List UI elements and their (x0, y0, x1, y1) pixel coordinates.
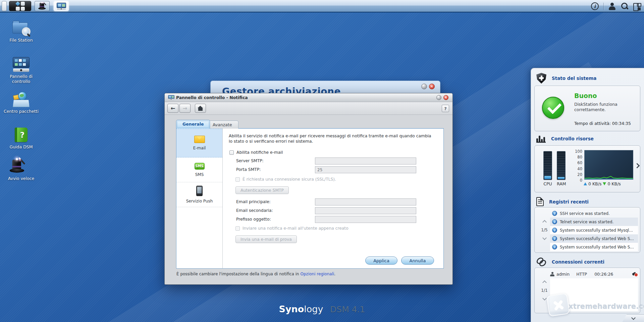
desktop-icon-quick-launch[interactable]: Avvio veloce (3, 159, 39, 181)
notification-sidebar: E-mail SMS SMS Servizio Push (176, 129, 223, 268)
secondary-email-label: Email secondaria: (236, 208, 273, 213)
regional-options-link[interactable]: Opzioni regionali (301, 272, 334, 276)
smtp-server-input[interactable] (315, 157, 416, 165)
primary-email-label: Email principale: (236, 199, 271, 204)
back-button[interactable]: ← (167, 104, 178, 113)
status-message: DiskStation funziona correttamente. (574, 102, 635, 112)
chart-y-ticks: 10080 6040 200 (571, 149, 582, 183)
smtp-auth-button[interactable]: Autenticazione SMTP (235, 186, 289, 194)
status-value: Buono (574, 92, 597, 99)
subject-prefix-input[interactable] (315, 216, 416, 223)
taskbar-task-quick-launch[interactable] (35, 1, 50, 11)
home-icon (198, 108, 203, 111)
connection-protocol: HTTP (576, 272, 587, 277)
forward-button[interactable]: → (179, 104, 191, 113)
desktop-icon-file-station[interactable]: File Station (3, 20, 39, 43)
new-user-notify-checkbox[interactable] (235, 226, 240, 231)
taskbar: i (0, 0, 644, 12)
cpu-gauge (543, 151, 552, 180)
sidebar-item-push-service[interactable]: Servizio Push (176, 182, 222, 207)
sidebar-item-email[interactable]: E-mail (176, 129, 222, 157)
widget-title: Registri recenti (549, 199, 589, 204)
tab-generale[interactable]: Generale (176, 120, 210, 129)
search-icon[interactable] (621, 2, 629, 10)
close-button[interactable]: ✕ (429, 84, 435, 89)
close-button[interactable]: ✕ (443, 95, 448, 100)
control-panel-icon (57, 3, 66, 10)
desktop-icon-package-center[interactable]: Centro pacchetti (3, 92, 39, 114)
log-row[interactable]: iTelnet service was started. (550, 218, 638, 226)
sidebar-item-label: Servizio Push (186, 199, 213, 203)
cancel-button[interactable]: Annulla (401, 257, 434, 265)
enable-email-checkbox[interactable] (229, 150, 234, 155)
shield-icon (536, 73, 546, 84)
bar-chart-icon (536, 135, 546, 143)
widget-title: Controllo risorse (551, 136, 594, 141)
email-notification-form: Abilita il servizio di notifica e-mail p… (223, 129, 443, 268)
log-row[interactable]: iSystem successfully started Mysql... (550, 226, 638, 234)
apply-button[interactable]: Applica (365, 257, 397, 265)
resource-monitor-card[interactable]: CPU RAM 10080 6040 200 0 KB/s 0 KB/s (534, 145, 640, 192)
info-icon: i (552, 236, 557, 241)
expand-chevron-icon[interactable] (635, 163, 640, 169)
help-button[interactable]: ? (442, 105, 449, 112)
subject-prefix-label: Prefisso oggetto: (236, 217, 271, 222)
ssl-checkbox[interactable] (235, 177, 240, 182)
info-icon[interactable]: i (591, 2, 599, 10)
primary-email-row: Email principale: (236, 198, 443, 205)
magician-hat-icon (38, 3, 47, 10)
download-rate: 0 KB/s (607, 181, 621, 186)
secondary-email-row: Email secondaria: (236, 207, 443, 214)
user-icon[interactable] (608, 3, 616, 10)
tab-avanzate[interactable]: Avanzate (206, 121, 238, 129)
show-desktop-button[interactable] (2, 1, 7, 11)
desktop-icon-label: Guida DSM (10, 144, 33, 149)
log-row[interactable]: iSSH service was started. (550, 209, 638, 218)
current-connections-header: Connessioni correnti (536, 257, 604, 267)
widgets-panel-icon[interactable] (633, 3, 641, 10)
connection-duration: 00:26:26 (594, 272, 613, 277)
new-user-notify-checkbox-row: Inviare una notifica e-mail all'utente a… (235, 226, 348, 231)
main-menu-button[interactable] (9, 1, 31, 11)
enable-email-checkbox-row: Abilita notifiche e-mail (229, 150, 283, 155)
connection-user: admin (556, 272, 570, 277)
dialog-titlebar[interactable]: Pannello di controllo - Notifica ✕ (165, 93, 452, 102)
kill-connection-icon[interactable] (632, 272, 638, 277)
dialog-toolbar: ← → ? (165, 102, 452, 115)
watermark-logo (546, 293, 570, 317)
control-panel-icon (12, 57, 31, 72)
logo-logy: logy (304, 304, 323, 314)
file-station-icon (12, 20, 31, 36)
smtp-port-label: Porta SMTP: (236, 167, 261, 172)
page-up-icon[interactable] (542, 280, 547, 285)
desktop-icon-label: Avvio veloce (8, 176, 34, 181)
download-arrow-icon (603, 182, 606, 185)
send-test-email-button[interactable]: Invia una e-mail di prova (235, 235, 297, 243)
log-row[interactable]: iSystem successfully started Web S... (550, 243, 638, 251)
desktop-icon-dsm-help[interactable]: ? Guida DSM (3, 127, 39, 149)
resource-monitor-header: Controllo risorse (536, 135, 594, 143)
minimize-button[interactable] (436, 95, 441, 100)
smtp-port-input[interactable] (315, 166, 416, 173)
email-icon (194, 136, 205, 143)
primary-email-input[interactable] (315, 198, 416, 205)
page-up-icon[interactable] (542, 220, 547, 224)
notification-dialog: Pannello di controllo - Notifica ✕ ← → ?… (164, 93, 453, 285)
footer-text: È possibile cambiare l'impostazione dell… (176, 272, 299, 276)
info-icon: i (552, 211, 557, 216)
secondary-email-input[interactable] (315, 207, 416, 214)
page-down-icon[interactable] (542, 236, 547, 240)
minimize-button[interactable] (421, 84, 427, 89)
sidebar-item-label: E-mail (193, 146, 206, 150)
taskbar-task-control-panel[interactable] (54, 1, 69, 11)
smtp-port-row: Porta SMTP: (236, 166, 443, 173)
desktop-icon-control-panel[interactable]: Pannello di controllo (3, 57, 39, 84)
subject-prefix-row: Prefisso oggetto: (236, 216, 443, 223)
network-legend: 0 KB/s 0 KB/s (584, 181, 621, 186)
home-button[interactable] (195, 104, 206, 113)
connection-row[interactable]: admin HTTP 00:26:26 (550, 270, 638, 278)
sidebar-item-sms[interactable]: SMS SMS (176, 157, 222, 182)
log-row[interactable]: iSystem successfully started Web S... (550, 234, 638, 243)
chevron-down-icon (631, 316, 636, 320)
taskbar-divider (603, 3, 604, 10)
